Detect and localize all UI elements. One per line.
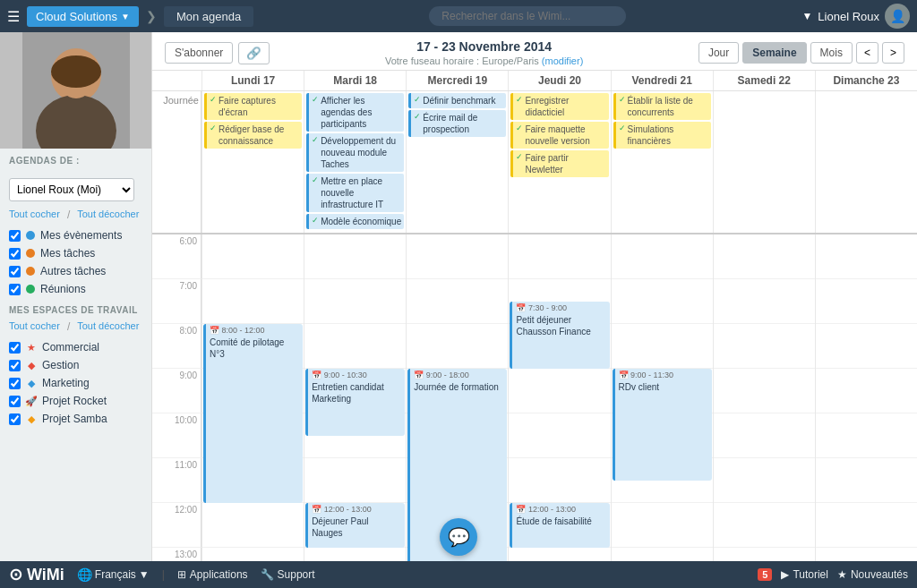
view-mois-button[interactable]: Mois <box>810 42 853 64</box>
commercial-checkbox[interactable] <box>9 342 21 354</box>
slot[interactable] <box>612 324 713 369</box>
view-jour-button[interactable]: Jour <box>698 42 739 64</box>
slot[interactable]: 📅 8:00 - 12:00 Comité de pilotage N°3 <box>202 324 304 369</box>
slot[interactable] <box>714 413 815 458</box>
slot[interactable] <box>407 324 508 369</box>
brand-button[interactable]: Cloud Solutions ▼ <box>27 6 139 27</box>
slot[interactable] <box>714 369 815 413</box>
slot[interactable] <box>509 413 610 458</box>
link-button[interactable]: 🔗 <box>238 42 270 64</box>
mes-evenements-checkbox[interactable] <box>9 230 21 242</box>
slot[interactable] <box>714 324 815 369</box>
slot[interactable] <box>509 548 610 561</box>
user-menu[interactable]: ▼ Lionel Roux 👤 <box>801 4 910 29</box>
workspace-projet-rocket[interactable]: 🚀 Projet Rocket <box>0 392 151 410</box>
slot[interactable] <box>816 458 917 503</box>
allday-event[interactable]: ✓Modèle économique <box>306 214 404 229</box>
event-petit-dejeuner[interactable]: 📅 7:30 - 9:00 Petit déjeuner Chausson Fi… <box>510 302 609 369</box>
slot[interactable] <box>304 234 406 279</box>
slot[interactable] <box>816 413 917 458</box>
tutorial-link[interactable]: ▶ Tutoriel <box>781 568 828 581</box>
slot[interactable]: 📅 9:00 - 18:00 Journée de formation <box>407 369 508 413</box>
slot[interactable] <box>202 548 304 561</box>
nav-next-button[interactable]: > <box>882 42 904 64</box>
slot[interactable]: 📅 12:00 - 13:00 Déjeuner Paul Nauges <box>304 503 406 548</box>
allday-event[interactable]: ✓Développement du nouveau module Taches <box>306 133 404 172</box>
allday-event[interactable]: ✓Faire partir Newletter <box>510 150 608 177</box>
slot[interactable] <box>816 369 917 413</box>
event-entretien[interactable]: 📅 9:00 - 10:30 Entretien candidat Market… <box>305 369 405 436</box>
gestion-checkbox[interactable] <box>9 360 21 371</box>
allday-event[interactable]: ✓Établir la liste de concurrents <box>613 93 711 120</box>
autres-taches-checkbox[interactable] <box>9 266 21 277</box>
slot[interactable] <box>714 234 815 279</box>
uncheck-all-link[interactable]: Tout décocher <box>77 209 139 221</box>
slot[interactable]: 📅 9:00 - 11:30 RDv client <box>612 369 713 413</box>
ws-check-all-link[interactable]: Tout cocher <box>9 320 60 333</box>
calendar-mes-taches[interactable]: Mes tâches <box>0 244 151 262</box>
support-link[interactable]: 🔧 Support <box>261 568 315 581</box>
workspace-projet-samba[interactable]: ◆ Projet Samba <box>0 410 151 428</box>
timezone-modify-link[interactable]: (modifier) <box>542 55 583 66</box>
allday-event[interactable]: ✓Afficher les agendas des participants <box>306 93 404 132</box>
slot[interactable]: 📅 9:00 - 10:30 Entretien candidat Market… <box>304 369 406 413</box>
slot[interactable] <box>509 234 610 279</box>
calendar-autres-taches[interactable]: Autres tâches <box>0 262 151 280</box>
slot[interactable]: 📅 12:00 - 13:00 Étude de faisabilité <box>509 503 610 548</box>
projet-rocket-checkbox[interactable] <box>9 396 21 407</box>
slot[interactable] <box>612 503 713 548</box>
slot[interactable] <box>407 279 508 324</box>
slot[interactable] <box>304 324 406 369</box>
ws-uncheck-all-link[interactable]: Tout décocher <box>77 320 139 333</box>
slot[interactable] <box>714 279 815 324</box>
allday-event[interactable]: ✓Rédiger base de connaissance <box>204 122 302 149</box>
event-etude-faisabilite[interactable]: 📅 12:00 - 13:00 Étude de faisabilité <box>510 503 609 548</box>
view-semaine-button[interactable]: Semaine <box>742 42 806 64</box>
calendar-scroll-area[interactable]: Lundi 17 Mardi 18 Mercredi 19 Jeudi 20 V… <box>152 71 917 561</box>
slot[interactable] <box>714 503 815 548</box>
allday-event[interactable]: ✓Écrire mail de prospection <box>408 110 506 137</box>
slot[interactable] <box>509 369 610 413</box>
slot[interactable] <box>714 458 815 503</box>
search-input[interactable] <box>429 6 626 26</box>
subscribe-button[interactable]: S'abonner <box>165 42 233 64</box>
allday-event[interactable]: ✓Définir benchmark <box>408 93 506 108</box>
calendar-reunions[interactable]: Réunions <box>0 280 151 298</box>
agendas-select[interactable]: Lionel Roux (Moi) <box>9 178 134 201</box>
chat-button[interactable]: 💬 <box>440 518 477 556</box>
slot[interactable] <box>612 234 713 279</box>
slot[interactable] <box>714 548 815 561</box>
allday-event[interactable]: ✓Faire captures d'écran <box>204 93 302 120</box>
event-rdv-client[interactable]: 📅 9:00 - 11:30 RDv client <box>613 369 712 481</box>
slot[interactable] <box>304 548 406 561</box>
slot[interactable] <box>612 279 713 324</box>
hamburger-menu[interactable]: ☰ <box>7 8 20 25</box>
slot[interactable] <box>407 234 508 279</box>
calendar-mes-evenements[interactable]: Mes évènements <box>0 226 151 244</box>
slot[interactable] <box>304 279 406 324</box>
event-comite-pilotage[interactable]: 📅 8:00 - 12:00 Comité de pilotage N°3 <box>203 324 303 503</box>
check-all-link[interactable]: Tout cocher <box>9 209 60 221</box>
workspace-marketing[interactable]: ◆ Marketing <box>0 374 151 392</box>
language-select[interactable]: 🌐 Français ▼ <box>77 567 150 582</box>
slot[interactable] <box>202 503 304 548</box>
allday-event[interactable]: ✓Mettre en place nouvelle infrastructure… <box>306 174 404 212</box>
slot[interactable]: 📅 7:30 - 9:00 Petit déjeuner Chausson Fi… <box>509 279 610 324</box>
allday-event[interactable]: ✓Faire maquette nouvelle version <box>510 122 608 149</box>
slot[interactable] <box>202 234 304 279</box>
marketing-checkbox[interactable] <box>9 378 21 389</box>
slot[interactable] <box>816 503 917 548</box>
slot[interactable] <box>509 458 610 503</box>
reunions-checkbox[interactable] <box>9 284 21 295</box>
nav-prev-button[interactable]: < <box>856 42 878 64</box>
workspace-commercial[interactable]: ★ Commercial <box>0 338 151 356</box>
slot[interactable] <box>304 458 406 503</box>
slot[interactable] <box>816 548 917 561</box>
allday-event[interactable]: ✓Enregistrer didacticiel <box>510 93 608 120</box>
slot[interactable] <box>816 324 917 369</box>
allday-event[interactable]: ✓Simulations financières <box>613 122 711 149</box>
nouveautes-link[interactable]: ★ Nouveautés <box>837 568 908 581</box>
mes-taches-checkbox[interactable] <box>9 248 21 260</box>
slot[interactable] <box>816 279 917 324</box>
slot[interactable] <box>612 548 713 561</box>
